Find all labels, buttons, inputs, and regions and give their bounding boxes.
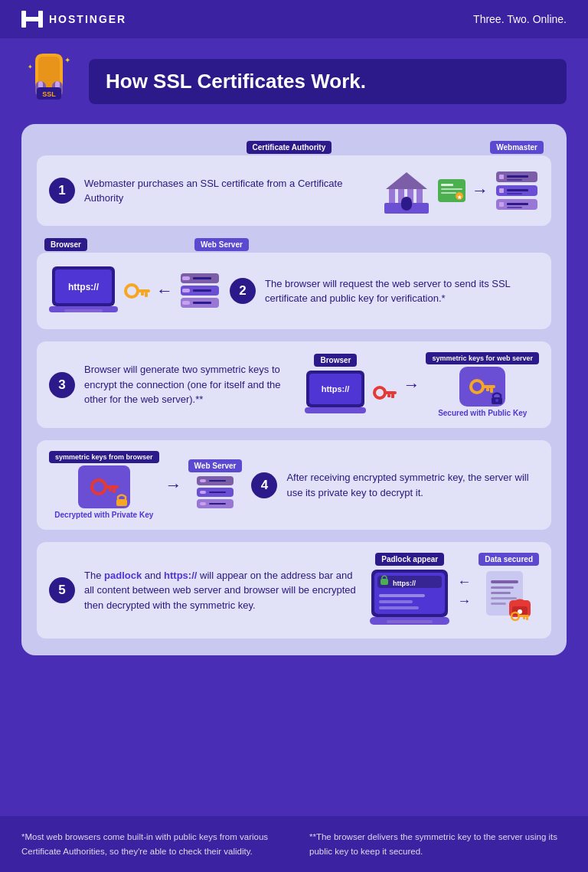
footer-col-2: **The browser delivers the symmetric key…	[309, 830, 567, 858]
svg-point-59	[374, 387, 385, 398]
svg-rect-94	[491, 580, 518, 583]
svg-rect-21	[441, 188, 462, 190]
logo-area: HOSTINGER	[21, 11, 126, 28]
server-stack-4-icon	[195, 475, 235, 511]
browser-label-3: Browser	[314, 354, 357, 367]
svg-rect-61	[391, 394, 394, 398]
svg-rect-96	[491, 592, 511, 594]
svg-rect-89	[379, 600, 413, 603]
padlock-appear-label: Padlock appear	[375, 553, 444, 566]
svg-rect-41	[64, 309, 103, 312]
step-4-container: symmetric keys from browser	[37, 440, 551, 530]
svg-text:★: ★	[457, 194, 462, 200]
lock-icon-4	[115, 493, 129, 507]
webserver-label-4: Web Server	[188, 459, 243, 472]
secured-pubkey-label: Secured with Public Key	[438, 409, 527, 417]
svg-rect-86	[381, 579, 388, 585]
svg-rect-92	[387, 620, 433, 623]
step-2-chips-row: Browser Web Server	[37, 238, 551, 251]
symkeys-from-browser-label: symmetric keys from browser	[49, 451, 159, 463]
svg-rect-30	[499, 188, 504, 193]
header: HOSTINGER Three. Two. Online.	[0, 0, 588, 38]
step-number-4: 4	[251, 472, 277, 498]
step-4-illustration: symmetric keys from browser	[49, 451, 242, 519]
arrow-right-4: →	[165, 475, 182, 495]
step-1-chips-row: Certificate Authority Webmaster	[37, 141, 551, 154]
content-card: Certificate Authority Webmaster 1 Webmas…	[21, 124, 567, 655]
arrow-left-2: ←	[156, 281, 173, 301]
svg-rect-79	[209, 492, 226, 493]
svg-rect-60	[384, 391, 397, 394]
svg-rect-18	[401, 197, 412, 211]
step-5-row: 5 The padlock and https:// will appear o…	[37, 542, 551, 638]
step-3-illustration: Browser https://	[305, 352, 539, 417]
step-5-illustration: Padlock appear https://	[370, 553, 539, 628]
svg-text:✦: ✦	[64, 56, 70, 64]
svg-rect-54	[193, 302, 211, 304]
svg-point-69	[92, 480, 106, 494]
footer: *Most web browsers come built-in with pu…	[0, 816, 588, 872]
svg-rect-70	[104, 485, 119, 488]
svg-text:https://: https://	[322, 384, 350, 394]
svg-rect-95	[491, 586, 514, 589]
step-2-text: The browser will request the web server …	[265, 276, 539, 306]
svg-rect-90	[379, 606, 419, 609]
svg-rect-73	[116, 499, 127, 506]
laptop-browser-3-icon: https://	[305, 369, 366, 416]
svg-rect-82	[209, 503, 226, 505]
svg-rect-28	[507, 179, 522, 181]
step-4-row: symmetric keys from browser	[37, 440, 551, 530]
svg-rect-31	[507, 189, 528, 191]
svg-rect-104	[526, 617, 528, 620]
svg-rect-51	[193, 289, 211, 292]
svg-rect-97	[491, 597, 517, 599]
svg-rect-53	[182, 301, 190, 305]
svg-point-42	[126, 285, 138, 297]
arrow-right-5: →	[457, 593, 471, 609]
hostinger-logo-icon	[21, 11, 43, 28]
footer-note-1: *Most web browsers come built-in with pu…	[21, 830, 279, 858]
title-box: How SSL Certificates Work.	[89, 59, 567, 104]
svg-rect-45	[141, 292, 144, 296]
arrow-right-3: →	[403, 375, 420, 395]
step-number-1: 1	[49, 178, 75, 204]
header-tagline: Three. Two. Online.	[473, 13, 567, 25]
step-1-row: 1 Webmaster purchases an SSL certificate…	[37, 155, 551, 226]
key-icon-2	[124, 280, 150, 302]
page-title: How SSL Certificates Work.	[106, 70, 550, 93]
svg-rect-20	[441, 184, 453, 186]
svg-text:https://: https://	[393, 580, 416, 587]
certificate-icon: ★	[438, 179, 466, 202]
step-1-container: Certificate Authority Webmaster 1 Webmas…	[37, 141, 551, 226]
svg-rect-88	[379, 594, 425, 597]
svg-rect-64	[482, 385, 495, 388]
svg-rect-44	[145, 292, 148, 297]
red-key-icon	[372, 383, 397, 403]
arrow-right-1: →	[472, 181, 488, 201]
svg-rect-43	[136, 289, 150, 292]
svg-rect-14	[389, 189, 395, 203]
svg-rect-47	[182, 276, 190, 280]
webmaster-label: Webmaster	[490, 141, 544, 154]
decrypted-privkey-label: Decrypted with Private Key	[54, 511, 153, 519]
step-number-5: 5	[49, 577, 75, 603]
laptop-https-icon: https://	[49, 263, 118, 318]
svg-rect-3	[21, 17, 43, 21]
webserver-label-2: Web Server	[194, 238, 249, 251]
svg-rect-17	[416, 189, 423, 203]
step-4-text: After receiving encrypted symmetric key,…	[286, 470, 539, 500]
svg-rect-22	[441, 192, 456, 194]
step-2-container: Browser Web Server https://	[37, 238, 551, 329]
arrow-left-5: ←	[457, 574, 471, 590]
lock-icon-3	[490, 391, 504, 405]
step-5-text: The padlock and https:// will appear on …	[84, 568, 361, 613]
svg-text:SSL: SSL	[42, 90, 56, 98]
svg-rect-103	[518, 615, 529, 617]
svg-rect-72	[109, 488, 112, 492]
footer-col-1: *Most web browsers come built-in with pu…	[21, 830, 279, 858]
svg-rect-98	[491, 603, 506, 605]
browser-label-2: Browser	[44, 238, 87, 251]
step-5-part1: The padlock and https:// will appear on …	[84, 570, 356, 611]
svg-rect-36	[507, 207, 522, 208]
title-section: SSL ✦ ✦ How SSL Certificates Work.	[21, 54, 567, 109]
